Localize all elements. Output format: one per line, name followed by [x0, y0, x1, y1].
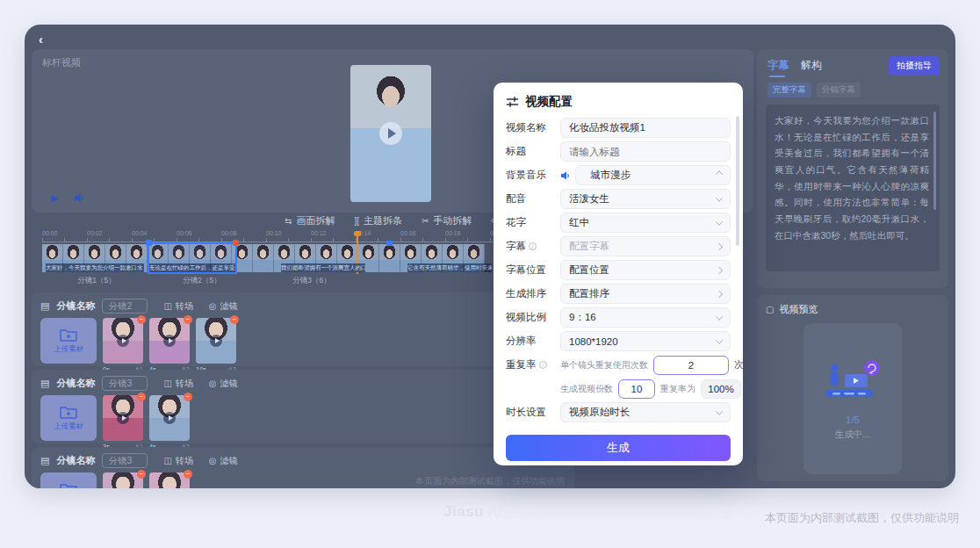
timeline-thumbnail[interactable]	[253, 244, 274, 272]
duration-select[interactable]: 视频原始时长	[560, 402, 731, 422]
flower-text-label: 花字	[506, 216, 560, 229]
remove-clip-icon[interactable]: −	[230, 315, 239, 324]
folder-plus-icon	[60, 405, 77, 419]
speaker-icon[interactable]	[560, 170, 571, 181]
preview-panel-title: 视频预览	[779, 303, 818, 316]
transition-icon: ◫	[163, 379, 171, 388]
chip-full-subtitle[interactable]: 完整字幕	[767, 83, 811, 97]
timeline-caption: 我们都希望拥有一个清爽宜人的口气。	[281, 263, 365, 272]
upload-material-button[interactable]: 上传素材	[40, 395, 97, 441]
page-footer-note: 本页面为内部测试截图，仅供功能说明	[765, 510, 959, 526]
script-scrollbar[interactable]	[933, 112, 936, 210]
selection-handle-right[interactable]	[233, 240, 239, 246]
section-title: 分镜名称	[56, 377, 95, 390]
clip-thumbnail[interactable]: −	[103, 318, 143, 364]
split-manual-button[interactable]: ✂ 手动拆解	[422, 214, 472, 227]
subtitle-position-link[interactable]: 配置位置	[560, 260, 731, 280]
shooting-guide-button[interactable]: 拍摄指导	[889, 56, 940, 76]
voice-label: 配音	[506, 192, 560, 206]
clipboard-icon: ▤	[40, 300, 49, 312]
duration-setting-label: 时长设置	[506, 406, 560, 419]
subtitle-config-link[interactable]: 配置字幕	[560, 236, 731, 256]
modal-title: 视频配置	[525, 94, 573, 110]
clipboard-icon: ▤	[40, 455, 49, 466]
video-ratio-label: 视频比例	[506, 311, 560, 324]
bgm-select[interactable]: 城市漫步	[575, 165, 731, 185]
filter-button[interactable]: ◎ 滤镜	[209, 455, 238, 467]
selection-handle-left[interactable]	[146, 240, 152, 246]
sliders-icon	[506, 96, 519, 108]
generate-order-link[interactable]: 配置排序	[560, 284, 731, 304]
main-video-thumbnail[interactable]	[350, 65, 431, 202]
resolution-select[interactable]: 1080*1920	[560, 331, 731, 351]
volume-icon[interactable]	[74, 192, 85, 204]
upload-label: 上传素材	[54, 422, 83, 432]
scissors-icon: ✂	[422, 216, 429, 226]
timeline-thumbnail[interactable]	[379, 244, 400, 272]
tab-deconstruct[interactable]: 解构	[801, 58, 822, 77]
video-name-input-box	[560, 118, 731, 138]
modal-scrollbar[interactable]	[736, 116, 739, 246]
editor-window: ‹ 标杆视频 ▶ ⇆ 画面拆解 ][ 主题拆条 ✂ 手动拆解 ⌫ 删除拆分点	[25, 25, 955, 488]
repeat-times-label: 单个镜头重复使用次数	[560, 359, 648, 371]
voice-select[interactable]: 活泼女生	[560, 189, 731, 209]
repeat-rate-label: 重复率	[506, 358, 537, 371]
clip-thumbnail[interactable]: −	[149, 395, 190, 441]
copies-input[interactable]	[618, 379, 655, 399]
generation-card: 1/5 生成中...	[803, 323, 902, 474]
transition-button[interactable]: ◫ 转场	[163, 300, 192, 313]
upload-label: 上传素材	[54, 344, 83, 355]
filter-label: 滤镜	[220, 378, 238, 390]
script-textbox: 大家好，今天我要为您介绍一款漱口水！无论是在忙碌的工作后，还是享受美食过后，我们…	[766, 105, 940, 271]
chevron-up-icon	[716, 170, 723, 177]
remove-clip-icon[interactable]: −	[137, 315, 146, 324]
shot-name-input[interactable]	[102, 376, 148, 391]
resolution-label: 分辨率	[506, 335, 560, 348]
timeline-tick: 00:04	[132, 230, 148, 236]
subtitle-label: 字幕	[506, 240, 526, 253]
remove-clip-icon[interactable]: −	[184, 393, 192, 401]
remove-clip-icon[interactable]: −	[137, 393, 146, 401]
transition-button[interactable]: ◫ 转场	[163, 378, 192, 390]
play-icon[interactable]: ▶	[51, 192, 58, 204]
filter-button[interactable]: ◎ 滤镜	[209, 300, 238, 313]
flower-text-select[interactable]: 红中	[560, 213, 731, 233]
document-icon: ▢	[766, 305, 774, 314]
video-ratio-select[interactable]: 9：16	[560, 307, 731, 328]
remove-clip-icon[interactable]: −	[184, 315, 192, 324]
chevron-right-icon	[716, 266, 723, 273]
transition-label: 转场	[176, 378, 193, 390]
generation-status: 生成中...	[835, 429, 870, 441]
repeat-times-input[interactable]	[653, 356, 729, 375]
info-icon[interactable]: i	[529, 242, 537, 250]
clip-thumbnail[interactable]: −	[103, 395, 143, 441]
repeat-times-unit: 次	[734, 358, 744, 371]
shot-name-input[interactable]	[102, 299, 148, 314]
title-input[interactable]	[569, 147, 722, 157]
shot-name-input[interactable]	[102, 453, 148, 468]
filter-label: 滤镜	[220, 455, 238, 467]
clip-thumbnail[interactable]: −	[149, 318, 190, 364]
split-point-marker[interactable]	[386, 241, 393, 246]
filter-button[interactable]: ◎ 滤镜	[209, 378, 238, 390]
video-name-input[interactable]	[569, 123, 722, 133]
clip-thumbnail[interactable]: −	[196, 318, 236, 364]
timeline-ruler[interactable]: 00:0000:0200:0400:0600:0800:1000:1200:14…	[42, 232, 536, 242]
bgm-label: 背景音乐	[506, 169, 560, 182]
split-frame-button[interactable]: ⇆ 画面拆解	[285, 214, 335, 227]
info-icon[interactable]: i	[539, 361, 547, 369]
back-icon[interactable]: ‹	[39, 32, 43, 47]
chevron-down-icon	[716, 218, 723, 225]
upload-material-button[interactable]: 上传素材	[40, 318, 97, 364]
play-overlay-icon[interactable]	[379, 122, 402, 145]
split-frame-label: 画面拆解	[296, 214, 335, 227]
benchmark-video-label: 标杆视频	[42, 56, 81, 69]
generate-button[interactable]: 生成	[506, 435, 731, 461]
transition-button[interactable]: ◫ 转场	[163, 455, 192, 467]
tab-subtitle[interactable]: 字幕	[767, 58, 789, 77]
timeline-caption: 它含有天然薄荷精华，使用时带来	[407, 263, 492, 272]
split-topic-button[interactable]: ][ 主题拆条	[354, 214, 402, 227]
split-topic-label: 主题拆条	[364, 214, 402, 227]
chip-shot-subtitle[interactable]: 分镜字幕	[817, 83, 861, 97]
filter-icon: ◎	[209, 379, 217, 388]
